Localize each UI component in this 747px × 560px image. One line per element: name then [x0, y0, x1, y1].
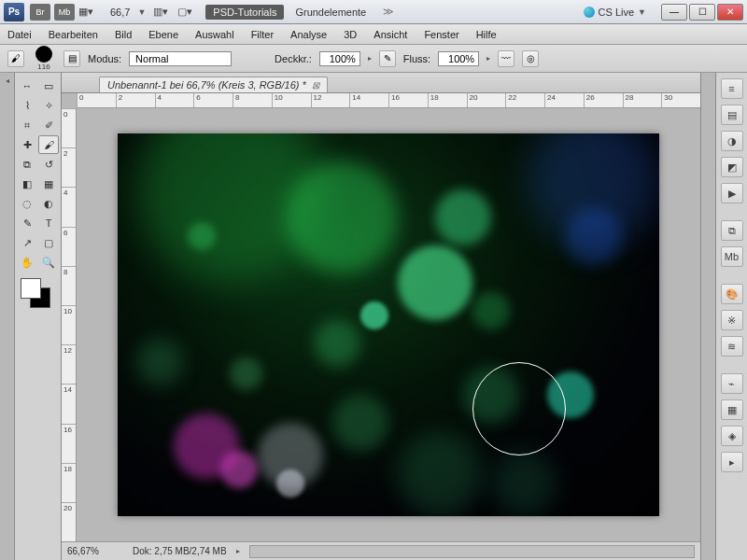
panel-styles-icon[interactable]: ※ [721, 310, 743, 330]
tool-type[interactable]: T [38, 214, 59, 232]
panel-swatches-icon[interactable]: ▤ [721, 105, 743, 125]
tool-lasso[interactable]: ⌇ [17, 96, 37, 115]
horizontal-scrollbar[interactable] [249, 545, 695, 558]
zoom-dropdown-icon[interactable]: ▼ [137, 7, 146, 17]
flow-input[interactable]: 100% [438, 51, 479, 66]
bridge-icon[interactable]: Br [30, 4, 50, 21]
airbrush-icon[interactable]: 〰 [498, 50, 514, 67]
tool-hand[interactable]: ✋ [17, 253, 37, 272]
tool-blur[interactable]: ◌ [17, 194, 37, 213]
menu-3d[interactable]: 3D [344, 29, 357, 40]
tool-wand[interactable]: ✧ [38, 96, 59, 115]
opacity-input[interactable]: 100% [319, 51, 360, 66]
close-button[interactable]: ✕ [717, 4, 743, 21]
tool-heal[interactable]: ✚ [17, 135, 37, 154]
brush-tool-icon[interactable]: 🖌 [7, 50, 24, 67]
cs-live-dropdown-icon: ▼ [638, 7, 646, 17]
opacity-flyout-icon[interactable]: ▸ [368, 54, 372, 63]
ruler-horizontal[interactable]: 024681012141618202224262830 [77, 93, 700, 108]
panel-layers-icon[interactable]: ▦ [721, 399, 743, 420]
menu-filter[interactable]: Filter [251, 29, 274, 40]
panel-actions-icon[interactable]: ▸ [721, 452, 743, 472]
mode-select[interactable]: Normal [129, 51, 232, 66]
brush-size-label: 116 [37, 63, 49, 71]
bokeh-circle [360, 301, 388, 329]
tool-dodge[interactable]: ◐ [38, 194, 59, 213]
menu-bild[interactable]: Bild [115, 29, 132, 40]
tool-crop[interactable]: ⌗ [17, 116, 37, 134]
foreground-swatch[interactable] [21, 278, 41, 299]
menu-hilfe[interactable]: Hilfe [476, 29, 497, 40]
ruler-vertical[interactable]: 02468101214161820 [62, 108, 77, 541]
title-bar: Ps Br Mb ▦▾ 66,7 ▼ ▥▾ ▢▾ PSD-Tutorials G… [0, 0, 747, 24]
menu-bar: DateiBearbeitenBildEbeneAuswahlFilterAna… [0, 24, 747, 45]
tool-history[interactable]: ↺ [38, 155, 59, 174]
right-gutter [700, 73, 715, 560]
maximize-button[interactable]: ☐ [689, 4, 715, 21]
menu-ebene[interactable]: Ebene [148, 29, 178, 40]
menu-datei[interactable]: Datei [7, 29, 32, 40]
tool-brush[interactable]: 🖌 [38, 135, 59, 154]
bokeh-circle [435, 189, 491, 245]
workspace-psd-tutorials[interactable]: PSD-Tutorials [205, 5, 284, 20]
menu-auswahl[interactable]: Auswahl [195, 29, 234, 40]
status-bar: 66,67% Dok: 2,75 MB/2,74 MB ▸ [62, 541, 700, 560]
workspace-more-icon[interactable]: ≫ [383, 6, 394, 18]
panel-channels-icon[interactable]: ≋ [721, 336, 743, 357]
collapse-icon[interactable]: ◂ [6, 77, 9, 85]
tool-stamp[interactable]: ⧉ [17, 155, 37, 174]
color-swatches[interactable] [17, 278, 59, 308]
panel-color-icon[interactable]: 🎨 [721, 284, 743, 304]
panel-navigator-icon[interactable]: ⧉ [721, 220, 743, 241]
canvas[interactable] [118, 133, 659, 516]
tool-shape[interactable]: ▢ [38, 233, 59, 252]
menu-bearbeiten[interactable]: Bearbeiten [49, 29, 98, 40]
tool-pen[interactable]: ✎ [17, 214, 37, 232]
layout-icon[interactable]: ▦▾ [78, 6, 93, 18]
panel-masks-icon[interactable]: ◩ [721, 157, 743, 177]
tool-gradient[interactable]: ▦ [38, 175, 59, 193]
flow-flyout-icon[interactable]: ▸ [486, 54, 490, 63]
brush-preview-icon [35, 46, 52, 63]
mode-value: Normal [135, 53, 168, 64]
flow-label: Fluss: [403, 53, 430, 64]
canvas-area[interactable] [77, 108, 700, 541]
panel-mb-icon[interactable]: Mb [721, 246, 743, 267]
tool-eraser[interactable]: ◧ [17, 175, 37, 193]
panel-history-icon[interactable]: ≡ [721, 78, 743, 99]
arrange-icon[interactable]: ▥▾ [153, 6, 168, 18]
document-tab[interactable]: Unbenannt-1 bei 66,7% (Kreis 3, RGB/16) … [99, 77, 328, 92]
status-doc-size[interactable]: Dok: 2,75 MB/2,74 MB [133, 546, 227, 556]
status-flyout-icon[interactable]: ▸ [236, 547, 240, 555]
panel-play-icon[interactable]: ▶ [721, 183, 743, 203]
menu-analyse[interactable]: Analyse [290, 29, 327, 40]
cs-live-button[interactable]: CS Live ▼ [584, 7, 654, 18]
bokeh-circle [491, 451, 557, 516]
tool-marquee[interactable]: ▭ [38, 77, 59, 95]
minibridge-icon[interactable]: Mb [54, 4, 75, 21]
opacity-pressure-icon[interactable]: ✎ [379, 50, 396, 67]
menu-ansicht[interactable]: Ansicht [374, 29, 407, 40]
workspace-grundelemente[interactable]: Grundelemente [288, 5, 374, 20]
tool-eyedrop[interactable]: ✐ [38, 116, 59, 134]
bokeh-circle [174, 413, 239, 479]
bokeh-circle [230, 357, 262, 390]
brush-panel-icon[interactable]: ▤ [63, 50, 80, 67]
bokeh-circle [136, 339, 183, 385]
screenmode-icon[interactable]: ▢▾ [177, 6, 192, 18]
minimize-button[interactable]: — [661, 4, 687, 21]
panel-adjust-icon[interactable]: ◑ [721, 131, 743, 151]
toolbox: ↔▭⌇✧⌗✐✚🖌⧉↺◧▦◌◐✎T↗▢✋🔍 [15, 73, 62, 560]
brush-cursor-icon [472, 362, 566, 455]
tablet-pressure-icon[interactable]: ◎ [522, 50, 539, 67]
tab-close-icon[interactable]: ⊠ [312, 80, 319, 91]
tool-zoom[interactable]: 🔍 [38, 253, 59, 272]
panel-paths-icon[interactable]: ⌁ [721, 373, 743, 394]
zoom-level[interactable]: 66,7 [110, 7, 130, 18]
tool-path[interactable]: ↗ [17, 233, 37, 252]
menu-fenster[interactable]: Fenster [424, 29, 458, 40]
brush-preset-picker[interactable]: 116 [35, 46, 52, 71]
status-zoom[interactable]: 66,67% [67, 546, 123, 556]
tool-move[interactable]: ↔ [17, 77, 37, 95]
panel-3d-icon[interactable]: ◈ [721, 426, 743, 446]
